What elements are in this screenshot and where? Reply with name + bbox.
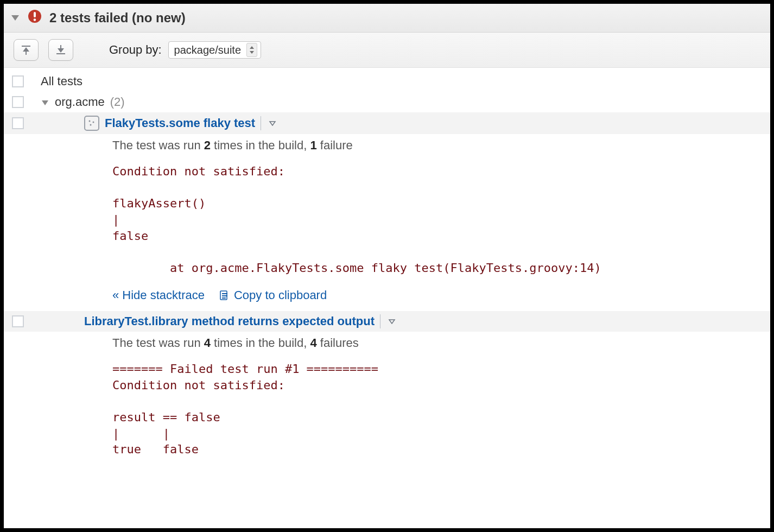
copy-label: Copy to clipboard — [234, 288, 327, 302]
svg-rect-18 — [222, 293, 227, 294]
expand-all-button[interactable] — [48, 39, 73, 61]
hide-stacktrace-link[interactable]: « Hide stacktrace — [112, 288, 205, 302]
run-count: 4 — [204, 336, 211, 350]
collapse-icon[interactable] — [10, 14, 20, 22]
failures-summary-bar[interactable]: 2 tests failed (no new) — [4, 4, 770, 33]
svg-marker-16 — [270, 122, 275, 125]
summary-mid: times in the build, — [211, 336, 310, 350]
svg-marker-11 — [250, 51, 254, 54]
svg-point-14 — [93, 122, 94, 123]
all-tests-label: All tests — [34, 74, 83, 88]
run-count: 2 — [204, 138, 211, 152]
group-by-select[interactable]: package/suite — [168, 41, 261, 59]
package-name: org.acme — [55, 95, 105, 109]
checkbox[interactable] — [12, 117, 24, 129]
test-details-library: The test was run 4 times in the build, 4… — [4, 332, 770, 466]
summary-mid: times in the build, — [211, 138, 310, 152]
expand-all-icon — [55, 44, 67, 56]
group-by-control: Group by: package/suite — [109, 41, 261, 59]
flaky-icon — [84, 116, 99, 131]
test-name-link[interactable]: FlakyTests.some flaky test — [105, 116, 255, 130]
tree-root-row[interactable]: All tests — [4, 71, 770, 92]
test-results-panel: 2 tests failed (no new) Group by: packag… — [0, 0, 774, 532]
chevron-down-icon — [388, 319, 396, 324]
checkbox[interactable] — [12, 75, 24, 87]
test-run-summary: The test was run 2 times in the build, 1… — [112, 138, 770, 153]
stacktrace: Condition not satisfied: flakyAssert() |… — [112, 163, 770, 276]
test-menu-trigger[interactable] — [264, 121, 276, 126]
test-details-flaky: The test was run 2 times in the build, 1… — [4, 134, 770, 311]
summary-prefix: The test was run — [112, 138, 204, 152]
chevron-down-icon — [269, 121, 276, 126]
summary-suffix: failures — [317, 336, 359, 350]
group-by-value: package/suite — [174, 44, 241, 56]
checkbox[interactable] — [12, 315, 24, 327]
select-stepper-icon — [246, 43, 257, 57]
stacktrace: ======= Failed test run #1 ========== Co… — [112, 361, 770, 458]
failure-count: 4 — [310, 336, 316, 350]
svg-rect-19 — [222, 295, 227, 296]
svg-marker-12 — [42, 100, 48, 105]
test-name-link[interactable]: LibraryTest.library method returns expec… — [84, 314, 375, 328]
vertical-separator — [261, 116, 261, 130]
clipboard-icon — [219, 289, 230, 301]
summary-prefix: The test was run — [112, 336, 204, 350]
failure-count: 1 — [310, 138, 316, 152]
svg-point-15 — [90, 124, 92, 126]
expand-icon[interactable] — [41, 95, 49, 109]
test-row-flaky[interactable]: FlakyTests.some flaky test — [4, 112, 770, 134]
tests-tree: All tests org.acme(2) FlakyTests.some fl… — [4, 68, 770, 477]
group-by-label: Group by: — [109, 43, 162, 57]
tests-toolbar: Group by: package/suite — [4, 33, 770, 68]
vertical-separator — [380, 314, 380, 328]
test-row-library[interactable]: LibraryTest.library method returns expec… — [4, 311, 770, 332]
svg-point-3 — [34, 18, 36, 21]
package-row[interactable]: org.acme(2) — [4, 92, 770, 112]
test-menu-trigger[interactable] — [384, 319, 396, 324]
svg-marker-0 — [11, 15, 19, 21]
collapse-all-button[interactable] — [14, 39, 39, 61]
svg-rect-20 — [222, 297, 226, 299]
summary-suffix: failure — [317, 138, 353, 152]
package-count: (2) — [110, 95, 125, 109]
collapse-all-icon — [20, 44, 32, 56]
svg-rect-2 — [34, 12, 36, 17]
svg-marker-10 — [250, 46, 254, 49]
copy-to-clipboard-link[interactable]: Copy to clipboard — [219, 288, 327, 302]
test-run-summary: The test was run 4 times in the build, 4… — [112, 336, 770, 350]
error-icon — [28, 9, 42, 27]
failures-summary-title: 2 tests failed (no new) — [49, 10, 186, 26]
svg-point-13 — [89, 121, 91, 122]
svg-marker-21 — [389, 320, 395, 324]
checkbox[interactable] — [12, 96, 24, 108]
